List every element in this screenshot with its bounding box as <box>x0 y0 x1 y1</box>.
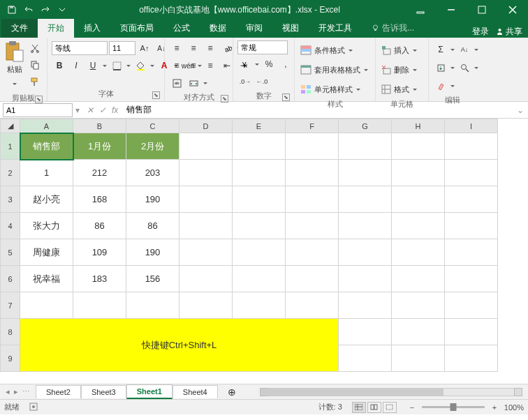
cell[interactable]: 190 <box>126 239 179 266</box>
dialog-launcher-icon[interactable]: ⬊ <box>282 93 290 101</box>
number-format-select[interactable] <box>237 40 288 54</box>
italic-button[interactable]: I <box>68 58 84 73</box>
cell[interactable] <box>233 239 286 266</box>
cell[interactable] <box>286 160 339 186</box>
cell[interactable] <box>73 292 126 319</box>
tab-layout[interactable]: 页面布局 <box>110 19 163 38</box>
cell[interactable] <box>339 186 392 213</box>
cell[interactable] <box>339 266 392 292</box>
chevron-down-icon[interactable] <box>450 78 455 93</box>
cell[interactable] <box>233 160 286 186</box>
col-header[interactable]: D <box>179 119 233 133</box>
tab-data[interactable]: 数据 <box>200 19 236 38</box>
align-left-icon[interactable]: ≡ <box>169 58 184 73</box>
qat-customize-icon[interactable] <box>56 3 68 16</box>
cancel-formula-icon[interactable]: ✕ <box>87 105 94 115</box>
chevron-down-icon[interactable] <box>102 58 108 73</box>
zoom-in-button[interactable]: + <box>489 403 500 412</box>
tab-file[interactable]: 文件 <box>1 19 38 38</box>
cell[interactable] <box>286 266 339 292</box>
undo-icon[interactable] <box>22 3 35 16</box>
cell[interactable] <box>392 213 445 239</box>
chevron-down-icon[interactable] <box>254 57 260 72</box>
sheet-nav-menu-icon[interactable]: ⋯ <box>22 387 30 396</box>
cell[interactable]: 190 <box>126 186 179 213</box>
insert-cells-button[interactable]: 插入 <box>380 42 419 59</box>
cell[interactable] <box>445 186 498 213</box>
cell[interactable] <box>339 319 392 345</box>
col-header[interactable]: G <box>339 119 392 133</box>
view-page-layout-icon[interactable] <box>367 402 381 413</box>
orientation-icon[interactable]: ab <box>219 40 235 56</box>
chevron-down-icon[interactable] <box>450 60 455 75</box>
tab-view[interactable]: 视图 <box>272 19 309 38</box>
cell[interactable] <box>233 133 286 160</box>
cell[interactable] <box>339 292 392 319</box>
chevron-down-icon[interactable] <box>203 75 208 91</box>
cell[interactable]: 祝幸福 <box>20 266 73 292</box>
col-header[interactable]: H <box>392 119 445 133</box>
cell[interactable] <box>445 319 498 345</box>
fill-icon[interactable] <box>433 60 448 75</box>
cell[interactable] <box>445 160 498 186</box>
align-middle-icon[interactable]: ≡ <box>186 40 201 56</box>
sheet-nav-last-icon[interactable]: ▸ <box>14 387 18 396</box>
add-sheet-button[interactable]: ⊕ <box>218 384 246 400</box>
row-header[interactable]: 4 <box>1 213 20 239</box>
dialog-launcher-icon[interactable]: ⬊ <box>35 96 43 103</box>
cell[interactable] <box>392 186 445 213</box>
chevron-down-icon[interactable]: ▾ <box>73 105 82 115</box>
cell[interactable]: 1月份 <box>73 133 126 160</box>
cell[interactable] <box>392 239 445 266</box>
cell[interactable] <box>339 239 392 266</box>
close-button[interactable] <box>497 0 528 20</box>
tab-formulas[interactable]: 公式 <box>163 19 200 38</box>
cell[interactable] <box>392 266 445 292</box>
view-page-break-icon[interactable] <box>383 402 397 413</box>
cell[interactable] <box>179 186 233 213</box>
cell[interactable] <box>392 345 445 372</box>
zoom-slider[interactable] <box>422 406 485 408</box>
tab-developer[interactable]: 开发工具 <box>309 19 362 38</box>
chevron-down-icon[interactable] <box>149 58 155 73</box>
cut-icon[interactable] <box>27 40 43 56</box>
row-header[interactable]: 1 <box>1 133 20 160</box>
percent-icon[interactable]: % <box>261 57 277 72</box>
cell[interactable]: 张大力 <box>20 213 73 239</box>
tab-home[interactable]: 开始 <box>38 19 74 38</box>
cell[interactable]: 1 <box>20 160 73 186</box>
cell[interactable]: 86 <box>126 213 179 239</box>
sheet-tab[interactable]: Sheet2 <box>36 385 81 398</box>
cell[interactable]: 赵小亮 <box>20 186 73 213</box>
cell[interactable]: 销售部 <box>20 133 73 160</box>
ribbon-options-icon[interactable] <box>405 0 436 20</box>
cell-styles-button[interactable]: 单元格样式 <box>299 81 362 98</box>
view-normal-icon[interactable] <box>352 402 366 413</box>
row-header[interactable]: 9 <box>1 345 20 372</box>
delete-cells-button[interactable]: 删除 <box>380 61 419 78</box>
cell[interactable] <box>392 319 445 345</box>
cell[interactable] <box>233 266 286 292</box>
cell[interactable] <box>339 213 392 239</box>
sort-filter-icon[interactable]: A↓ <box>457 42 472 57</box>
sheet-nav-first-icon[interactable]: ◂ <box>6 387 10 396</box>
cell[interactable]: 2月份 <box>126 133 179 160</box>
spreadsheet-grid[interactable]: ◢ A B C D E F G H I 1 销售部 1月份 2月份 212122… <box>0 119 528 384</box>
fill-color-icon[interactable] <box>133 58 148 73</box>
decrease-decimal-icon[interactable]: ←.0 <box>254 74 270 89</box>
format-cells-button[interactable]: 格式 <box>380 81 419 98</box>
col-header[interactable]: A <box>20 119 73 133</box>
cell[interactable] <box>286 213 339 239</box>
cell[interactable]: 156 <box>126 266 179 292</box>
cell[interactable]: 212 <box>73 160 126 186</box>
format-painter-icon[interactable] <box>27 74 43 89</box>
cell[interactable]: 203 <box>126 160 179 186</box>
chevron-down-icon[interactable] <box>474 42 479 57</box>
cell[interactable] <box>286 133 339 160</box>
align-bottom-icon[interactable]: ≡ <box>203 40 218 56</box>
cell[interactable] <box>445 133 498 160</box>
cell[interactable] <box>179 160 233 186</box>
cell[interactable] <box>179 239 233 266</box>
cell[interactable] <box>179 292 233 319</box>
tab-insert[interactable]: 插入 <box>74 19 110 38</box>
